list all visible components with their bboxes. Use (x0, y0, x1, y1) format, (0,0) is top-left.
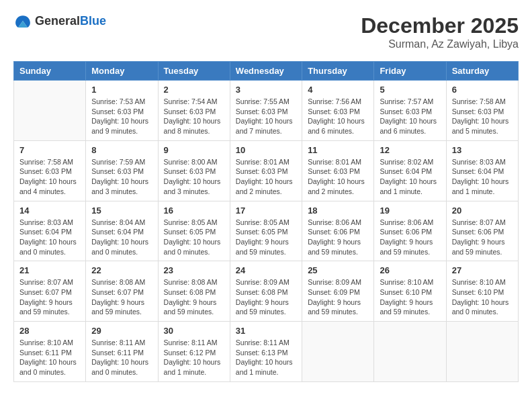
calendar-cell: 30Sunrise: 8:11 AM Sunset: 6:12 PM Dayli… (158, 322, 230, 382)
page-header: GeneralBlue December 2025 Surman, Az Zaw… (13, 13, 519, 50)
logo: GeneralBlue (13, 13, 106, 28)
calendar-table: SundayMondayTuesdayWednesdayThursdayFrid… (13, 61, 519, 382)
day-info: Sunrise: 8:11 AM Sunset: 6:11 PM Dayligh… (91, 338, 152, 377)
calendar-day-header: Sunday (14, 62, 86, 81)
day-number: 27 (452, 265, 513, 275)
day-info: Sunrise: 8:04 AM Sunset: 6:04 PM Dayligh… (91, 218, 152, 257)
day-info: Sunrise: 8:09 AM Sunset: 6:09 PM Dayligh… (308, 277, 368, 317)
calendar-cell: 18Sunrise: 8:06 AM Sunset: 6:06 PM Dayli… (302, 201, 374, 261)
calendar-cell: 8Sunrise: 7:59 AM Sunset: 6:03 PM Daylig… (86, 140, 158, 201)
calendar-cell: 10Sunrise: 8:01 AM Sunset: 6:03 PM Dayli… (230, 140, 302, 201)
day-number: 20 (452, 205, 513, 216)
calendar-cell: 27Sunrise: 8:10 AM Sunset: 6:10 PM Dayli… (446, 261, 518, 322)
calendar-cell: 1Sunrise: 7:53 AM Sunset: 6:03 PM Daylig… (86, 81, 158, 141)
day-number: 7 (19, 145, 80, 155)
day-info: Sunrise: 8:06 AM Sunset: 6:06 PM Dayligh… (308, 218, 368, 257)
day-number: 10 (236, 145, 296, 155)
day-number: 17 (236, 205, 296, 216)
day-info: Sunrise: 8:09 AM Sunset: 6:08 PM Dayligh… (236, 277, 296, 317)
day-number: 24 (236, 265, 296, 275)
logo-general: General (35, 14, 80, 28)
week-row: 21Sunrise: 8:07 AM Sunset: 6:07 PM Dayli… (14, 261, 519, 322)
day-info: Sunrise: 8:06 AM Sunset: 6:06 PM Dayligh… (380, 218, 440, 257)
day-number: 3 (236, 85, 296, 95)
calendar-cell (374, 322, 446, 382)
day-info: Sunrise: 8:05 AM Sunset: 6:05 PM Dayligh… (164, 218, 224, 257)
calendar-cell: 9Sunrise: 8:00 AM Sunset: 6:03 PM Daylig… (158, 140, 230, 201)
calendar-cell: 6Sunrise: 7:58 AM Sunset: 6:03 PM Daylig… (446, 81, 518, 141)
calendar-cell: 21Sunrise: 8:07 AM Sunset: 6:07 PM Dayli… (14, 261, 86, 322)
calendar-cell: 17Sunrise: 8:05 AM Sunset: 6:05 PM Dayli… (230, 201, 302, 261)
day-info: Sunrise: 7:56 AM Sunset: 6:03 PM Dayligh… (308, 97, 368, 136)
location: Surman, Az Zawiyah, Libya (361, 38, 519, 50)
month-year: December 2025 (361, 13, 519, 38)
day-info: Sunrise: 8:05 AM Sunset: 6:05 PM Dayligh… (236, 218, 296, 257)
day-info: Sunrise: 8:01 AM Sunset: 6:03 PM Dayligh… (308, 157, 368, 197)
week-row: 28Sunrise: 8:10 AM Sunset: 6:11 PM Dayli… (14, 322, 519, 382)
day-number: 9 (164, 145, 224, 155)
week-row: 7Sunrise: 7:58 AM Sunset: 6:03 PM Daylig… (14, 140, 519, 201)
day-info: Sunrise: 8:07 AM Sunset: 6:06 PM Dayligh… (452, 218, 513, 257)
calendar-day-header: Friday (374, 62, 446, 81)
logo-blue: Blue (80, 14, 106, 28)
calendar-cell: 11Sunrise: 8:01 AM Sunset: 6:03 PM Dayli… (302, 140, 374, 201)
day-number: 12 (380, 145, 440, 155)
day-number: 31 (236, 326, 296, 336)
day-info: Sunrise: 8:10 AM Sunset: 6:11 PM Dayligh… (19, 338, 80, 377)
calendar-cell: 20Sunrise: 8:07 AM Sunset: 6:06 PM Dayli… (446, 201, 518, 261)
day-info: Sunrise: 7:55 AM Sunset: 6:03 PM Dayligh… (236, 97, 296, 136)
logo-text: GeneralBlue (35, 14, 106, 28)
calendar-cell (14, 81, 86, 141)
calendar-cell: 24Sunrise: 8:09 AM Sunset: 6:08 PM Dayli… (230, 261, 302, 322)
calendar-day-header: Tuesday (158, 62, 230, 81)
day-info: Sunrise: 7:54 AM Sunset: 6:03 PM Dayligh… (164, 97, 224, 136)
day-info: Sunrise: 8:00 AM Sunset: 6:03 PM Dayligh… (164, 157, 224, 197)
day-number: 5 (380, 85, 440, 95)
day-info: Sunrise: 8:11 AM Sunset: 6:13 PM Dayligh… (236, 338, 296, 377)
day-number: 22 (91, 265, 152, 275)
calendar-cell: 12Sunrise: 8:02 AM Sunset: 6:04 PM Dayli… (374, 140, 446, 201)
day-info: Sunrise: 7:58 AM Sunset: 6:03 PM Dayligh… (452, 97, 513, 136)
calendar-cell: 25Sunrise: 8:09 AM Sunset: 6:09 PM Dayli… (302, 261, 374, 322)
day-number: 29 (91, 326, 152, 336)
day-number: 14 (19, 205, 80, 216)
calendar-day-header: Wednesday (230, 62, 302, 81)
day-number: 19 (380, 205, 440, 216)
calendar-cell: 22Sunrise: 8:08 AM Sunset: 6:07 PM Dayli… (86, 261, 158, 322)
day-info: Sunrise: 8:08 AM Sunset: 6:07 PM Dayligh… (91, 277, 152, 317)
calendar-cell (446, 322, 518, 382)
calendar-cell: 3Sunrise: 7:55 AM Sunset: 6:03 PM Daylig… (230, 81, 302, 141)
calendar-cell: 23Sunrise: 8:08 AM Sunset: 6:08 PM Dayli… (158, 261, 230, 322)
calendar-cell: 19Sunrise: 8:06 AM Sunset: 6:06 PM Dayli… (374, 201, 446, 261)
calendar-cell: 2Sunrise: 7:54 AM Sunset: 6:03 PM Daylig… (158, 81, 230, 141)
day-info: Sunrise: 8:02 AM Sunset: 6:04 PM Dayligh… (380, 157, 440, 197)
day-info: Sunrise: 8:07 AM Sunset: 6:07 PM Dayligh… (19, 277, 80, 317)
day-number: 23 (164, 265, 224, 275)
week-row: 14Sunrise: 8:03 AM Sunset: 6:04 PM Dayli… (14, 201, 519, 261)
calendar-cell: 31Sunrise: 8:11 AM Sunset: 6:13 PM Dayli… (230, 322, 302, 382)
calendar-header-row: SundayMondayTuesdayWednesdayThursdayFrid… (14, 62, 519, 81)
week-row: 1Sunrise: 7:53 AM Sunset: 6:03 PM Daylig… (14, 81, 519, 141)
title-block: December 2025 Surman, Az Zawiyah, Libya (361, 13, 519, 50)
day-info: Sunrise: 8:11 AM Sunset: 6:12 PM Dayligh… (164, 338, 224, 377)
day-info: Sunrise: 8:03 AM Sunset: 6:04 PM Dayligh… (19, 218, 80, 257)
day-number: 21 (19, 265, 80, 275)
day-number: 6 (452, 85, 513, 95)
calendar-cell: 14Sunrise: 8:03 AM Sunset: 6:04 PM Dayli… (14, 201, 86, 261)
day-number: 13 (452, 145, 513, 155)
calendar-cell: 7Sunrise: 7:58 AM Sunset: 6:03 PM Daylig… (14, 140, 86, 201)
day-number: 1 (91, 85, 152, 95)
day-info: Sunrise: 8:03 AM Sunset: 6:04 PM Dayligh… (452, 157, 513, 197)
calendar-day-header: Monday (86, 62, 158, 81)
calendar-cell: 29Sunrise: 8:11 AM Sunset: 6:11 PM Dayli… (86, 322, 158, 382)
day-info: Sunrise: 8:10 AM Sunset: 6:10 PM Dayligh… (380, 277, 440, 317)
day-info: Sunrise: 7:59 AM Sunset: 6:03 PM Dayligh… (91, 157, 152, 197)
calendar-day-header: Saturday (446, 62, 518, 81)
day-number: 15 (91, 205, 152, 216)
calendar-cell: 16Sunrise: 8:05 AM Sunset: 6:05 PM Dayli… (158, 201, 230, 261)
calendar-cell: 4Sunrise: 7:56 AM Sunset: 6:03 PM Daylig… (302, 81, 374, 141)
day-number: 25 (308, 265, 368, 275)
calendar-cell: 15Sunrise: 8:04 AM Sunset: 6:04 PM Dayli… (86, 201, 158, 261)
day-number: 18 (308, 205, 368, 216)
calendar-cell: 26Sunrise: 8:10 AM Sunset: 6:10 PM Dayli… (374, 261, 446, 322)
